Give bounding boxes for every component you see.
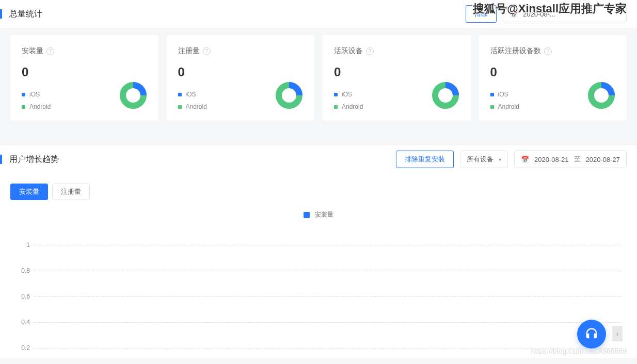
stat-card-value: 0 [22,65,147,79]
side-arrow-button[interactable]: › [612,326,623,341]
y-axis-tick: 0.2 [15,344,30,352]
dot-icon [22,93,25,96]
dot-icon [334,93,338,96]
help-icon[interactable]: ? [46,47,54,55]
stat-label-text: 活跃设备 [334,46,363,56]
section-title: 总量统计 [9,9,42,20]
stat-card-value: 0 [490,65,616,79]
stat-card-label: 活跃设备 ? [334,46,459,56]
section-user-growth: 用户增长趋势 排除重复安装 所有设备 ▾ 📅 2020-08-21 至 2020… [0,145,637,358]
legend-text: Android [498,103,519,110]
chevron-right-icon: › [616,329,619,338]
grid-line [34,296,622,297]
legend-text: iOS [29,91,40,98]
y-axis-tick: 0.6 [15,293,30,300]
exclude-button[interactable]: 排除 [466,5,497,23]
help-icon[interactable]: ? [544,47,552,55]
dot-icon [178,93,182,96]
stat-card: 活跃设备 ? 0 iOS Android [323,35,471,121]
support-button[interactable] [577,320,606,349]
chart-legend: 安装量 [0,205,637,219]
donut-chart [119,81,147,109]
section-header: 用户增长趋势 排除重复安装 所有设备 ▾ 📅 2020-08-21 至 2020… [0,145,637,173]
calendar-icon: 📅 [509,10,518,18]
legend-text: Android [29,103,51,110]
legend-text: iOS [498,91,508,98]
tab-register[interactable]: 注册量 [52,184,90,200]
stat-label-text: 注册量 [178,46,200,56]
stat-card-value: 0 [334,65,459,79]
dot-icon [490,105,494,109]
help-icon[interactable]: ? [366,47,374,55]
date-range-picker[interactable]: 📅 2020-08-... [503,6,627,22]
legend-color-box [304,212,310,218]
stat-card: 注册量 ? 0 iOS Android [167,35,315,121]
device-select[interactable]: 所有设备 ▾ [460,151,508,168]
stat-card-label: 活跃注册设备数 ? [490,46,616,56]
chart-area: 10.80.60.40.2 [0,219,637,358]
stat-card-label: 注册量 ? [178,46,304,56]
grid-line [34,245,622,245]
title-accent-bar [0,9,2,19]
section-total-stats: 总量统计 排除 📅 2020-08-... [0,0,637,28]
date-start: 2020-08-21 [534,156,569,163]
legend-text: iOS [186,91,196,98]
stat-card: 安装量 ? 0 iOS Android [10,35,158,121]
dot-icon [490,93,494,96]
legend-label: 安装量 [315,211,333,218]
headset-icon [584,327,599,341]
stat-card: 活跃注册设备数 ? 0 iOS Android [479,35,627,121]
dot-icon [22,105,25,109]
stat-label-text: 安装量 [22,46,43,56]
date-end: 2020-08-27 [586,156,620,163]
y-axis: 10.80.60.40.2 [15,235,30,358]
legend-text: Android [186,103,207,110]
donut-chart [587,81,615,109]
y-axis-tick: 0.4 [15,319,30,326]
grid-line [34,348,622,349]
section-gap [0,136,637,145]
grid-line [34,322,622,323]
dot-icon [178,105,182,109]
stat-card-label: 安装量 ? [22,46,147,56]
chevron-down-icon: ▾ [499,157,501,162]
calendar-icon: 📅 [521,156,529,163]
legend-text: iOS [342,91,352,98]
dot-icon [334,105,338,109]
y-axis-tick: 1 [15,241,30,249]
device-select-label: 所有设备 [467,155,493,164]
section-title: 用户增长趋势 [9,154,59,165]
donut-chart [275,81,303,109]
date-range-text: 2020-08-... [523,10,555,18]
grid-line [34,271,622,271]
donut-chart [432,81,459,109]
tab-install[interactable]: 安装量 [10,184,48,200]
date-sep: 至 [574,155,581,164]
stat-label-text: 活跃注册设备数 [490,46,541,56]
stat-cards-row: 安装量 ? 0 iOS Android 注册量 ? 0 iOS Android [0,28,637,136]
date-range-picker[interactable]: 📅 2020-08-21 至 2020-08-27 [514,151,627,168]
title-accent-bar [0,155,2,164]
exclude-duplicate-button[interactable]: 排除重复安装 [396,151,454,168]
legend-text: Android [342,103,363,110]
stat-card-value: 0 [178,65,304,79]
help-icon[interactable]: ? [203,47,211,55]
section-header: 总量统计 排除 📅 2020-08-... [0,0,637,28]
metric-tabs: 安装量 注册量 [0,173,637,205]
y-axis-tick: 0.8 [15,267,30,274]
